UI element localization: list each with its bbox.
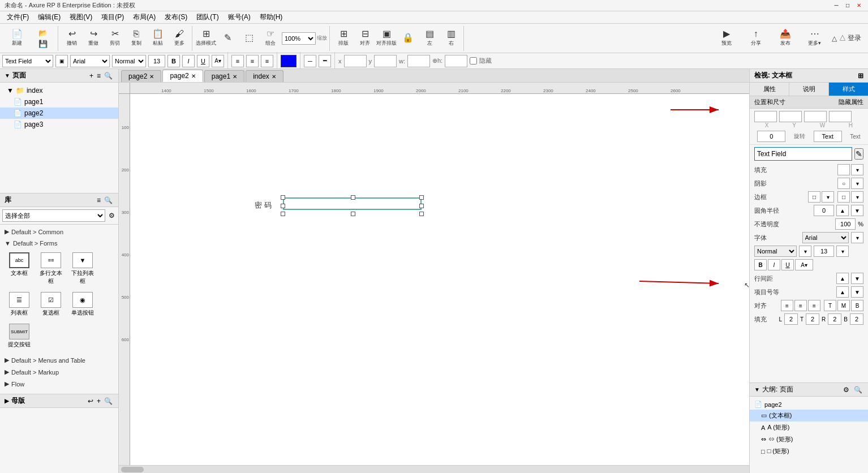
bold-button[interactable]: B <box>167 55 180 67</box>
tab-index[interactable]: index ✕ <box>246 70 283 82</box>
page-tree-item-page2[interactable]: 📄 page2 <box>0 108 118 119</box>
shadow-more-btn[interactable]: ▾ <box>851 178 863 189</box>
align-right-prop-btn[interactable]: ≡ <box>808 300 820 311</box>
right-tab-properties[interactable]: 属性 <box>750 83 789 96</box>
font-style-select[interactable]: Normal <box>112 55 146 67</box>
opacity-input[interactable] <box>835 218 856 230</box>
tab-page2-active[interactable]: page2 ✕ <box>162 70 203 82</box>
widget-type-select[interactable]: Text Field <box>2 55 53 67</box>
add-master-button[interactable]: ↩ <box>87 396 94 406</box>
cut-button[interactable]: ✂ 剪切 <box>105 27 125 50</box>
menu-view[interactable]: 视图(V) <box>65 11 97 23</box>
border-inner-more-btn[interactable]: ▾ <box>851 191 863 203</box>
page-tree-item-page1[interactable]: 📄 page1 <box>0 96 118 108</box>
library-section-common-header[interactable]: ▶ Default > Common <box>2 227 116 236</box>
handle-bc[interactable] <box>351 212 355 216</box>
canvas[interactable]: 密 码 <box>130 94 749 465</box>
h-scroll-thumb[interactable] <box>121 467 144 472</box>
minimize-button[interactable]: ─ <box>832 1 841 10</box>
align-button[interactable]: ⊞ 排版 <box>333 27 354 50</box>
outline-settings-btn[interactable]: ⚙ <box>842 385 850 395</box>
font-more-btn[interactable]: ▾ <box>851 232 863 243</box>
font-style-more-btn[interactable]: ▾ <box>799 246 811 257</box>
fill-more-btn[interactable]: ▾ <box>851 164 863 175</box>
order2-button[interactable]: ▥ 右 <box>441 27 461 50</box>
paste-button[interactable]: 📋 粘贴 <box>148 27 168 50</box>
add-page-button[interactable]: + <box>88 71 94 81</box>
menu-project[interactable]: 项目(P) <box>97 11 128 23</box>
x-prop-input[interactable]: 1690 <box>754 111 777 122</box>
search-library-button[interactable]: 🔍 <box>103 195 114 205</box>
format-button[interactable]: 🖌 更多 <box>169 27 190 50</box>
lib-item-radio[interactable]: ◉ 单选按钮 <box>68 290 97 319</box>
lib-item-textarea[interactable]: ≡≡ 多行文本框 <box>36 250 66 287</box>
preview-button[interactable]: ▶ 预览 <box>714 27 739 50</box>
underline-button[interactable]: U <box>197 55 209 67</box>
zoom-select[interactable]: 100% 50% 75% 150% 200% <box>282 32 316 45</box>
library-section-forms-header[interactable]: ▼ Default > Forms <box>2 239 116 248</box>
page-tree-item-index[interactable]: ▼ 📁 index <box>0 85 118 96</box>
crop-button[interactable]: ⬚ <box>239 27 259 50</box>
italic-prop-btn[interactable]: I <box>768 259 780 270</box>
padding-l-input[interactable] <box>784 313 798 325</box>
menu-account[interactable]: 账号(A) <box>224 11 255 23</box>
font-color-button[interactable]: A▾ <box>212 55 224 67</box>
item-spacing-up-btn[interactable]: ▲ <box>836 286 849 298</box>
tab-page2[interactable]: page2 ✕ <box>121 70 161 82</box>
align-center-button[interactable]: ≡ <box>246 55 259 67</box>
lib-item-textfield[interactable]: abc 文本框 <box>5 250 34 287</box>
bold-prop-btn[interactable]: B <box>754 259 767 270</box>
line-weight-button[interactable]: ━ <box>319 55 331 67</box>
handle-tc[interactable] <box>351 195 355 200</box>
menu-help[interactable]: 帮助(H) <box>255 11 287 23</box>
shadow-toggle-btn[interactable]: ○ <box>837 178 850 189</box>
outline-item-shape3[interactable]: □ □ (矩形) <box>750 445 868 457</box>
open-button[interactable]: 📂 <box>31 28 55 38</box>
library-select[interactable]: 选择全部 <box>2 209 105 222</box>
maximize-button[interactable]: □ <box>843 1 852 10</box>
outline-item-textfield[interactable]: ▭ (文本框) <box>750 410 868 422</box>
line-spacing-up-btn[interactable]: ▲ <box>836 273 849 284</box>
right-tab-notes[interactable]: 说明 <box>789 83 829 96</box>
close-button[interactable]: ✕ <box>854 1 863 10</box>
library-section-markup-header[interactable]: ▶ Default > Markup <box>2 367 116 377</box>
corner-up-btn[interactable]: ▲ <box>836 205 849 216</box>
outline-search-btn[interactable]: 🔍 <box>853 385 863 395</box>
distribute-button[interactable]: ⊟ 对齐 <box>355 27 375 50</box>
align-left-prop-btn[interactable]: ≡ <box>781 300 793 311</box>
align-bottom-btn[interactable]: B <box>851 300 863 311</box>
outline-item-shape2[interactable]: ⇔ ⇔ (矩形) <box>750 433 868 445</box>
share-button[interactable]: ↑ 分享 <box>744 27 768 50</box>
menu-file[interactable]: 文件(F) <box>2 11 33 23</box>
padding-r-input[interactable] <box>828 313 841 325</box>
menu-edit[interactable]: 编辑(E) <box>33 11 65 23</box>
font-color-prop-btn[interactable]: A▾ <box>795 259 813 270</box>
library-settings-button[interactable]: ⚙ <box>108 210 116 221</box>
undo-button[interactable]: ↩ 撤销 <box>62 27 82 50</box>
new-button[interactable]: 📄 新建 <box>5 27 29 50</box>
window-controls[interactable]: ─ □ ✕ <box>832 1 863 10</box>
copy-button[interactable]: ⎘ 复制 <box>126 27 147 50</box>
font-size-input[interactable] <box>148 55 165 67</box>
hidden-checkbox[interactable] <box>470 57 477 64</box>
border-inner-btn[interactable]: □ <box>837 191 850 203</box>
font-size-prop-input[interactable] <box>814 246 834 257</box>
font-family-select[interactable]: Arial <box>70 55 110 67</box>
w-input[interactable]: 300 <box>407 55 430 67</box>
handle-tl[interactable] <box>281 195 285 200</box>
lib-item-dropdown[interactable]: ▼ 下拉列表框 <box>68 250 97 287</box>
pages-menu-button[interactable]: ≡ <box>96 71 102 81</box>
search-masters-button[interactable]: 🔍 <box>103 396 114 406</box>
h-scrollbar[interactable] <box>119 465 749 473</box>
x-input[interactable]: 1690 <box>344 55 367 67</box>
order-button[interactable]: ▤ 左 <box>419 27 440 50</box>
tab-page2-close[interactable]: ✕ <box>149 74 154 80</box>
outline-item-shape1[interactable]: A A (矩形) <box>750 422 868 433</box>
menu-layout[interactable]: 布局(A) <box>128 11 160 23</box>
hidden-prop-label[interactable]: 隐藏属性 <box>839 98 863 106</box>
font-style-select[interactable]: Normal <box>754 246 797 257</box>
align-right-button[interactable]: ≡ <box>261 55 273 67</box>
line-spacing-down-btn[interactable]: ▼ <box>851 273 863 284</box>
h-input[interactable]: 25 <box>445 55 467 67</box>
library-section-menus-header[interactable]: ▶ Default > Menus and Table <box>2 355 116 365</box>
